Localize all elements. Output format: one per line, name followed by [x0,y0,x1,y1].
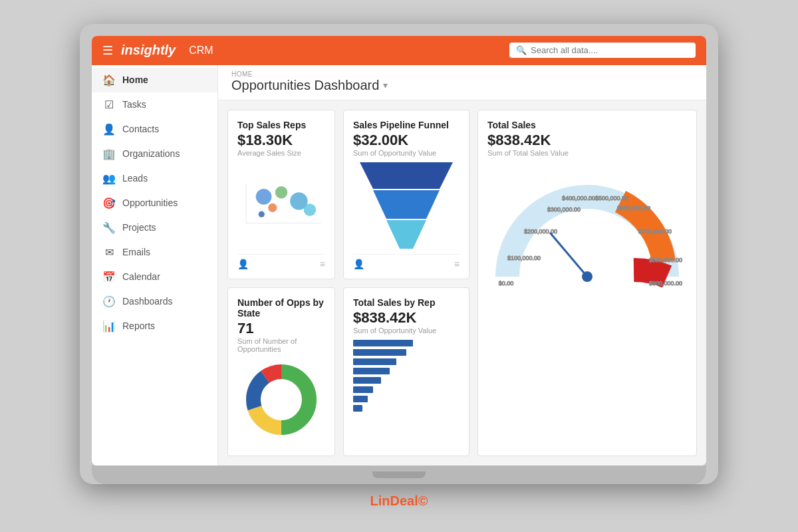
top-sales-footer: 👤 ≡ [237,254,325,269]
person-icon: 👤 [237,259,249,269]
top-nav: ☰ insightly CRM 🔍 [92,36,706,65]
svg-text:$800,000.00: $800,000.00 [649,257,682,263]
tasks-icon: ☑ [102,98,116,111]
main-layout: 🏠 Home ☑ Tasks 👤 Contacts 🏢 Organization… [92,65,706,466]
sidebar-item-reports[interactable]: 📊 Reports [92,314,217,338]
svg-line-20 [551,233,587,277]
svg-text:$0.00: $0.00 [499,280,514,287]
sidebar-label-opportunities: Opportunities [122,198,178,208]
copyright-symbol: © [418,493,428,508]
bar-chart [353,340,460,412]
sidebar-label-dashboards: Dashboards [122,296,173,307]
sidebar-item-contacts[interactable]: 👤 Contacts [92,117,217,142]
bar-row [353,386,460,393]
bubble-chart [237,162,325,249]
svg-text:$400,000.00$500,000.00: $400,000.00$500,000.00 [562,195,628,201]
svg-point-5 [268,203,277,211]
bar-fill [353,358,396,365]
sales-by-rep-subtitle: Sum of Opportunity Value [353,327,460,334]
bar-fill [353,368,390,374]
search-bar: 🔍 [509,43,696,58]
svg-marker-9 [373,190,440,219]
bar-row [353,349,460,356]
bar-row [353,340,460,346]
opps-title: Number of Opps by State [237,297,325,319]
svg-marker-8 [360,162,453,189]
top-sales-title: Top Sales Reps [237,120,325,130]
search-icon: 🔍 [516,45,527,55]
opps-subtitle: Sum of Number of Opportunities [237,337,325,353]
page-title: Opportunities Dashboard ▾ [231,78,693,93]
bar-row [353,405,460,412]
svg-text:$700,000.00: $700,000.00 [638,228,672,235]
card-opps-by-state: Number of Opps by State 71 Sum of Number… [227,287,335,456]
sidebar-item-dashboards[interactable]: 🕐 Dashboards [92,289,217,314]
card-top-sales: Top Sales Reps $18.30K Average Sales Siz… [227,110,335,279]
top-sales-subtitle: Average Sales Size [237,149,325,157]
svg-point-7 [304,203,316,215]
svg-marker-10 [386,220,426,249]
svg-point-27 [263,381,300,418]
content-area: HOME Opportunities Dashboard ▾ Top Sales… [218,65,706,466]
svg-text:$300,000.00: $300,000.00 [547,206,581,213]
sidebar-item-calendar[interactable]: 📅 Calendar [92,265,217,289]
sidebar-item-leads[interactable]: 👥 Leads [92,166,217,191]
bar-row [353,396,460,402]
sales-by-rep-value: $838.42K [353,309,460,327]
organizations-icon: 🏢 [102,148,116,160]
opportunities-icon: 🎯 [102,197,116,209]
pipeline-footer: 👤 ≡ [353,254,460,269]
table-icon: ≡ [320,259,325,269]
top-sales-value: $18.30K [237,132,325,149]
bar-row [353,358,460,365]
svg-point-3 [275,186,287,198]
pipeline-value: $32.00K [353,132,460,149]
svg-text:$200,000.00: $200,000.00 [524,228,557,235]
bar-row [353,368,460,374]
hamburger-icon[interactable]: ☰ [102,43,113,58]
sidebar-item-projects[interactable]: 🔧 Projects [92,215,217,240]
funnel-chart [353,162,460,249]
svg-point-6 [259,211,265,217]
contacts-icon: 👤 [102,123,116,136]
sidebar-label-reports: Reports [122,321,155,331]
lindeal-text: LinDeal [370,493,418,508]
svg-text:$900,000.00: $900,000.00 [649,280,682,287]
sidebar-label-home: Home [122,74,148,85]
total-sales-value: $838.42K [487,132,687,149]
sales-by-rep-title: Total Sales by Rep [353,297,460,308]
emails-icon: ✉ [102,246,116,259]
svg-point-2 [256,188,272,204]
svg-text:$100,000.00: $100,000.00 [507,255,541,261]
calendar-icon: 📅 [102,271,116,283]
home-icon: 🏠 [102,74,116,86]
sidebar-label-contacts: Contacts [122,124,159,134]
reports-icon: 📊 [102,320,116,332]
total-sales-title: Total Sales [487,120,687,130]
opps-value: 71 [237,320,325,337]
sidebar-item-emails[interactable]: ✉ Emails [92,240,217,265]
chevron-down-icon[interactable]: ▾ [383,80,388,90]
search-input[interactable] [531,45,689,55]
bar-fill [353,396,368,402]
sidebar-item-opportunities[interactable]: 🎯 Opportunities [92,191,217,215]
svg-text:$600,000.00: $600,000.00 [617,205,650,211]
bar-fill [353,386,373,393]
bar-fill [353,349,406,356]
pipeline-title: Sales Pipeline Funnel [353,120,460,130]
sidebar-label-projects: Projects [122,222,156,233]
person-icon-2: 👤 [353,259,364,269]
projects-icon: 🔧 [102,221,116,234]
sidebar-label-organizations: Organizations [122,148,180,159]
card-total-sales: Total Sales $838.42K Sum of Total Sales … [477,110,697,456]
bar-fill [353,377,381,384]
pipeline-subtitle: Sum of Opportunity Value [353,149,460,157]
sidebar-item-home[interactable]: 🏠 Home [92,68,217,92]
gauge-container: $0.00 $100,000.00 $200,000.00 $300,000.0… [487,164,687,297]
sidebar-item-organizations[interactable]: 🏢 Organizations [92,142,217,166]
content-header: HOME Opportunities Dashboard ▾ [218,65,706,100]
dashboard-grid: Top Sales Reps $18.30K Average Sales Siz… [218,100,706,466]
sidebar-label-leads: Leads [122,173,148,184]
laptop-base [92,466,706,484]
sidebar-item-tasks[interactable]: ☑ Tasks [92,92,217,117]
